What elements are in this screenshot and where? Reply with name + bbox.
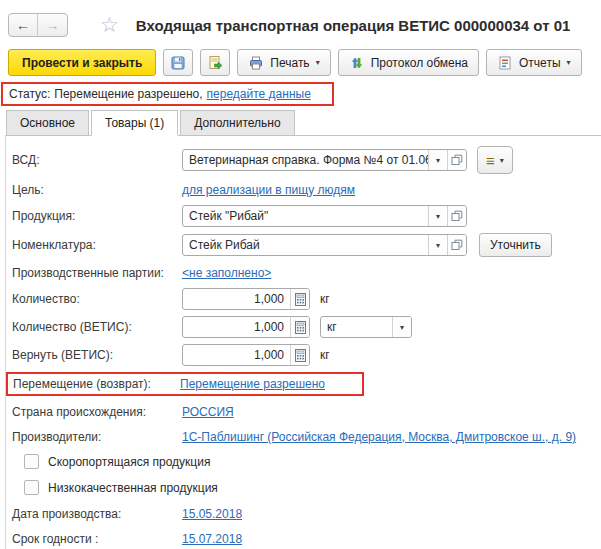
- nomenclature-input: Стейк Рибай ▾: [182, 234, 467, 256]
- low-quality-checkbox[interactable]: [24, 480, 39, 495]
- nomenclature-value[interactable]: Стейк Рибай: [183, 235, 428, 255]
- refine-button[interactable]: Уточнить: [479, 233, 552, 257]
- status-text: Перемещение разрешено,: [54, 87, 202, 101]
- quantity-vetis-label: Количество (ВЕТИС):: [12, 320, 182, 334]
- quantity-vetis-value[interactable]: 1,000: [183, 317, 290, 337]
- low-quality-label: Низкокачественная продукция: [48, 481, 218, 495]
- production-date-label: Дата производства:: [12, 507, 182, 521]
- status-highlight: Статус: Перемещение разрешено, передайте…: [1, 82, 334, 106]
- forward-button[interactable]: →: [38, 14, 67, 36]
- reports-button[interactable]: Отчеты ▾: [486, 49, 582, 76]
- chevron-down-icon: ▾: [436, 212, 440, 221]
- exchange-arrows-icon: [349, 55, 365, 71]
- production-date-link[interactable]: 15.05.2018: [182, 507, 242, 521]
- nomenclature-open-button[interactable]: [447, 235, 466, 255]
- quantity-unit: кг: [320, 292, 330, 306]
- chevron-down-icon: ▾: [567, 58, 571, 67]
- return-vetis-unit: кг: [320, 348, 330, 362]
- send-data-link[interactable]: передайте данные: [207, 87, 311, 101]
- movement-return-link[interactable]: Перемещение разрешено: [180, 377, 325, 391]
- tab-main[interactable]: Основное: [6, 110, 89, 136]
- save-button[interactable]: [163, 49, 193, 76]
- print-button[interactable]: Печать ▾: [237, 49, 330, 76]
- product-dropdown-button[interactable]: ▾: [428, 206, 447, 226]
- vsd-dropdown-button[interactable]: ▾: [428, 150, 447, 170]
- unit-dropdown-button[interactable]: ▾: [392, 317, 411, 337]
- status-label: Статус:: [9, 87, 50, 101]
- print-icon: [248, 55, 264, 71]
- perishable-row: Скоропортящаяся продукция: [24, 452, 593, 471]
- product-label: Продукция:: [12, 209, 182, 223]
- field-row-production-batches: Производственные партии: <не заполнено>: [12, 263, 593, 282]
- exchange-protocol-button[interactable]: Протокол обмена: [338, 49, 479, 76]
- production-batches-link[interactable]: <не заполнено>: [182, 266, 271, 280]
- quantity-input: 1,000: [182, 288, 310, 310]
- shelf-life-label: Срок годности :: [12, 532, 182, 546]
- open-icon: [451, 154, 463, 166]
- vsd-input: Ветеринарная справка. Форма №4 от 01.06 …: [182, 149, 467, 171]
- open-icon: [451, 239, 463, 251]
- vsd-open-button[interactable]: [447, 150, 466, 170]
- field-row-production-date: Дата производства: 15.05.2018: [12, 504, 593, 523]
- calculator-icon: [295, 349, 306, 362]
- purpose-label: Цель:: [12, 183, 182, 197]
- production-batches-label: Производственные партии:: [12, 266, 182, 280]
- nomenclature-label: Номенклатура:: [12, 238, 182, 252]
- field-row-nomenclature: Номенклатура: Стейк Рибай ▾ Уточнить: [12, 233, 593, 257]
- nav-buttons: ← →: [8, 13, 68, 37]
- page-title: Входящая транспортная операция ВЕТИС 000…: [136, 17, 571, 34]
- low-quality-row: Низкокачественная продукция: [24, 478, 593, 497]
- vsd-menu-button[interactable]: ≡ ▾: [477, 146, 513, 174]
- shelf-life-link[interactable]: 15.07.2018: [182, 532, 242, 546]
- favorite-star-icon[interactable]: ☆: [100, 15, 119, 35]
- goods-tab-panel: ВСД: Ветеринарная справка. Форма №4 от 0…: [5, 135, 601, 549]
- back-button[interactable]: ←: [9, 14, 38, 36]
- report-icon: [497, 55, 513, 71]
- chevron-down-icon: ▾: [436, 241, 440, 250]
- chevron-down-icon: ▾: [436, 156, 440, 165]
- chevron-down-icon: ▾: [400, 323, 404, 332]
- nomenclature-dropdown-button[interactable]: ▾: [428, 235, 447, 255]
- open-icon: [451, 210, 463, 222]
- perishable-checkbox[interactable]: [24, 454, 39, 469]
- quantity-vetis-calculator-button[interactable]: [290, 317, 309, 337]
- movement-return-highlight: Перемещение (возврат): Перемещение разре…: [6, 372, 364, 396]
- document-window: ← → ☆ Входящая транспортная операция ВЕТ…: [0, 0, 601, 549]
- field-row-shelf-life: Срок годности : 15.07.2018: [12, 529, 593, 548]
- tab-bar: Основное Товары (1) Дополнительно: [6, 110, 601, 135]
- field-row-origin-country: Страна происхождения: РОССИЯ: [12, 402, 593, 421]
- exchange-protocol-label: Протокол обмена: [371, 56, 468, 70]
- return-vetis-value[interactable]: 1,000: [183, 345, 290, 365]
- return-vetis-label: Вернуть (ВЕТИС):: [12, 348, 182, 362]
- post-document-icon: [207, 55, 223, 71]
- quantity-vetis-unit-select: кг ▾: [320, 316, 412, 338]
- header: ← → ☆ Входящая транспортная операция ВЕТ…: [0, 0, 601, 41]
- quantity-calculator-button[interactable]: [290, 289, 309, 309]
- return-vetis-input: 1,000: [182, 344, 310, 366]
- tab-goods[interactable]: Товары (1): [91, 110, 178, 136]
- post-and-close-button[interactable]: Провести и закрыть: [8, 49, 156, 76]
- field-row-manufacturers: Производители: 1С-Паблишинг (Российская …: [12, 427, 593, 446]
- origin-country-link[interactable]: РОССИЯ: [182, 405, 234, 419]
- tab-additional[interactable]: Дополнительно: [180, 110, 294, 136]
- reports-label: Отчеты: [519, 56, 560, 70]
- save-icon: [170, 55, 186, 71]
- print-label: Печать: [270, 56, 309, 70]
- field-row-movement-return: Перемещение (возврат): Перемещение разре…: [12, 372, 593, 396]
- quantity-value[interactable]: 1,000: [183, 289, 290, 309]
- field-row-quantity: Количество: 1,000 кг: [12, 288, 593, 310]
- quantity-vetis-unit-value[interactable]: кг: [321, 317, 392, 337]
- field-row-purpose: Цель: для реализации в пищу людям: [12, 180, 593, 199]
- vsd-value[interactable]: Ветеринарная справка. Форма №4 от 01.06: [183, 150, 428, 170]
- return-vetis-calculator-button[interactable]: [290, 345, 309, 365]
- product-value[interactable]: Стейк "Рибай": [183, 206, 428, 226]
- product-open-button[interactable]: [447, 206, 466, 226]
- command-bar: Провести и закрыть Печать ▾ Протокол обм…: [0, 41, 601, 76]
- quantity-vetis-input: 1,000: [182, 316, 310, 338]
- manufacturers-link[interactable]: 1С-Паблишинг (Российская Федерация, Моск…: [182, 430, 576, 444]
- perishable-label: Скоропортящаяся продукция: [48, 455, 210, 469]
- purpose-link[interactable]: для реализации в пищу людям: [182, 183, 355, 197]
- post-document-button[interactable]: [200, 49, 230, 76]
- field-row-quantity-vetis: Количество (ВЕТИС): 1,000 кг ▾: [12, 316, 593, 338]
- field-row-return-vetis: Вернуть (ВЕТИС): 1,000 кг: [12, 344, 593, 366]
